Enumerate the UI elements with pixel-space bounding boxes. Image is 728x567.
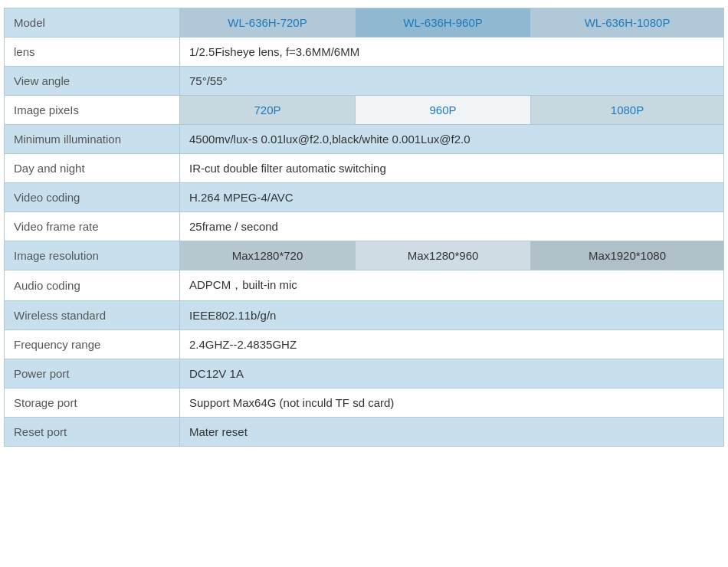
res-col-3: Max1920*1080 bbox=[531, 241, 724, 270]
table-row-wireless-standard: Wireless standardIEEE802.11b/g/n bbox=[5, 301, 724, 330]
row-value-power-port: DC12V 1A bbox=[180, 359, 724, 388]
pixel-col-2: 960P bbox=[356, 96, 531, 125]
spec-table: ModelWL-636H-720PWL-636H-960PWL-636H-108… bbox=[4, 8, 724, 447]
row-label-lens: lens bbox=[5, 38, 180, 67]
row-value-day-night: IR-cut double filter automatic switching bbox=[180, 154, 724, 183]
row-value-video-frame-rate: 25frame / second bbox=[180, 212, 724, 241]
row-label-video-coding: Video coding bbox=[5, 183, 180, 212]
row-label-wireless-standard: Wireless standard bbox=[5, 301, 180, 330]
row-label-video-frame-rate: Video frame rate bbox=[5, 212, 180, 241]
table-row-min-illumination: Minimum illumination4500mv/lux-s 0.01lux… bbox=[5, 125, 724, 154]
model-col-3: WL-636H-1080P bbox=[531, 8, 724, 38]
row-value-audio-coding: ADPCM，built-in mic bbox=[180, 270, 724, 301]
pixel-col-1: 720P bbox=[180, 96, 356, 125]
table-row-audio-coding: Audio codingADPCM，built-in mic bbox=[5, 270, 724, 301]
table-row-video-frame-rate: Video frame rate25frame / second bbox=[5, 212, 724, 241]
res-col-1: Max1280*720 bbox=[180, 241, 356, 270]
row-value-wireless-standard: IEEE802.11b/g/n bbox=[180, 301, 724, 330]
table-row-power-port: Power portDC12V 1A bbox=[5, 359, 724, 388]
pixel-col-3: 1080P bbox=[531, 96, 724, 125]
row-label-reset-port: Reset port bbox=[5, 418, 180, 447]
row-label-model: Model bbox=[5, 8, 180, 38]
table-row-model: ModelWL-636H-720PWL-636H-960PWL-636H-108… bbox=[5, 8, 724, 38]
row-label-day-night: Day and night bbox=[5, 154, 180, 183]
row-value-reset-port: Mater reset bbox=[180, 418, 724, 447]
model-col-2: WL-636H-960P bbox=[356, 8, 531, 38]
table-row-view-angle: View angle75°/55° bbox=[5, 67, 724, 96]
row-value-lens: 1/2.5Fisheye lens, f=3.6MM/6MM bbox=[180, 38, 724, 67]
row-value-storage-port: Support Max64G (not inculd TF sd card) bbox=[180, 388, 724, 418]
row-value-min-illumination: 4500mv/lux-s 0.01lux@f2.0,black/white 0.… bbox=[180, 125, 724, 154]
row-label-min-illumination: Minimum illumination bbox=[5, 125, 180, 154]
row-label-view-angle: View angle bbox=[5, 67, 180, 96]
res-col-2: Max1280*960 bbox=[356, 241, 531, 270]
table-row-day-night: Day and nightIR-cut double filter automa… bbox=[5, 154, 724, 183]
row-label-image-resolution: Image resolution bbox=[5, 241, 180, 270]
table-row-reset-port: Reset portMater reset bbox=[5, 418, 724, 447]
table-row-video-coding: Video codingH.264 MPEG-4/AVC bbox=[5, 183, 724, 212]
row-label-image-pixels: Image pixeIs bbox=[5, 96, 180, 125]
row-value-frequency-range: 2.4GHZ--2.4835GHZ bbox=[180, 330, 724, 359]
row-label-storage-port: Storage port bbox=[5, 388, 180, 418]
table-row-image-resolution: Image resolutionMax1280*720Max1280*960Ma… bbox=[5, 241, 724, 270]
row-value-view-angle: 75°/55° bbox=[180, 67, 724, 96]
table-row-lens: lens1/2.5Fisheye lens, f=3.6MM/6MM bbox=[5, 38, 724, 67]
row-label-power-port: Power port bbox=[5, 359, 180, 388]
row-label-frequency-range: Frequency range bbox=[5, 330, 180, 359]
table-row-storage-port: Storage portSupport Max64G (not inculd T… bbox=[5, 388, 724, 418]
model-col-1: WL-636H-720P bbox=[180, 8, 356, 38]
table-row-image-pixels: Image pixeIs720P960P1080P bbox=[5, 96, 724, 125]
row-label-audio-coding: Audio coding bbox=[5, 270, 180, 301]
table-row-frequency-range: Frequency range2.4GHZ--2.4835GHZ bbox=[5, 330, 724, 359]
row-value-video-coding: H.264 MPEG-4/AVC bbox=[180, 183, 724, 212]
